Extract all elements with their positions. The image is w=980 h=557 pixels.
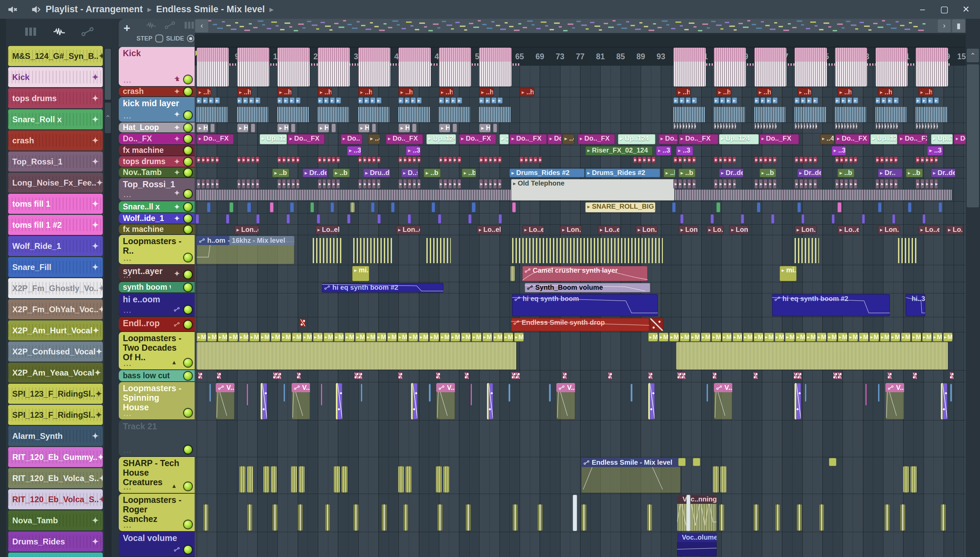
clip-chip[interactable]: ▸ [282, 156, 286, 163]
clip-chip[interactable]: ▸ [835, 156, 839, 163]
audio-clip[interactable] [381, 504, 387, 531]
audio-clip[interactable]: ▸..3 [347, 146, 361, 156]
clip-chip[interactable]: ▸ [439, 179, 443, 189]
audio-clip[interactable] [358, 372, 363, 379]
close-button[interactable]: ✕ [957, 3, 975, 16]
clip-chip[interactable]: ▸ [318, 156, 321, 163]
audio-clip[interactable] [648, 372, 653, 379]
clip-chip[interactable]: ▸ [255, 98, 260, 104]
clip-chip[interactable]: ▸ [678, 156, 682, 163]
clip-chip[interactable]: ▸ [216, 156, 219, 163]
clip-chip[interactable]: ▸M.. [838, 333, 847, 342]
audio-clip[interactable] [198, 372, 203, 379]
clip-chip[interactable]: ▸ [336, 98, 341, 104]
audio-clip[interactable]: ▸Up..124 [260, 134, 287, 144]
clip-chip[interactable]: ▸ [206, 156, 209, 163]
audio-clip[interactable]: ▸..3 [927, 146, 943, 156]
clip-chip[interactable]: ▸ [673, 156, 677, 163]
audio-clip[interactable] [832, 214, 835, 224]
audio-clip[interactable]: ▸Do.._FX [459, 134, 496, 144]
clip-chip[interactable]: ▸ [363, 179, 367, 189]
clip-chip[interactable]: ▸M.. [701, 333, 711, 342]
clip-chip[interactable]: ▸ [729, 123, 730, 129]
audio-clip[interactable] [358, 48, 390, 86]
audio-clip[interactable] [240, 466, 245, 493]
minimap-options-button[interactable]: ▮ [952, 20, 965, 33]
clip-chip[interactable]: ▸ [358, 156, 362, 163]
audio-clip[interactable]: ▸..b [272, 169, 289, 178]
audio-clip[interactable] [330, 202, 334, 212]
audio-clip[interactable] [361, 384, 362, 402]
audio-clip[interactable]: ▸Up..124 [931, 134, 953, 144]
clip-chip[interactable]: ▸ [206, 179, 209, 189]
clip-chip[interactable]: ▸ [808, 156, 812, 163]
clip-chip[interactable]: ▸ [893, 123, 895, 129]
audio-clip[interactable] [876, 48, 907, 86]
track-mute-led[interactable] [184, 203, 192, 211]
lane-loopmasters-two-decades-of-h-[interactable]: ▸M..▸M..▸M..▸M..▸M..▸M..▸M..▸M..▸M..▸M..… [195, 332, 966, 370]
audio-clip[interactable] [313, 238, 342, 263]
audio-clip[interactable] [318, 107, 349, 122]
audio-clip[interactable] [693, 458, 700, 466]
clip-chip[interactable]: ▸ [680, 98, 685, 104]
audio-clip[interactable]: ▸Lo..elin [918, 225, 941, 234]
clip-chip[interactable]: ▸ [809, 123, 811, 129]
clip-chip[interactable]: ▸M.. [228, 333, 238, 342]
clip-chip[interactable]: ▸ [403, 156, 407, 163]
picker-item[interactable]: X2P_Confused_Vocal✦ [8, 342, 103, 362]
track-header[interactable]: Do.._FX✦ [119, 133, 195, 144]
audio-clip[interactable] [878, 384, 879, 402]
clip-chip[interactable]: ▸ [284, 98, 289, 104]
audio-clip[interactable] [277, 107, 308, 122]
track-header[interactable]: kick mid layer✦... [119, 97, 195, 122]
audio-clip[interactable] [271, 466, 277, 493]
audio-clip[interactable] [673, 107, 704, 122]
audio-clip[interactable]: ▸..3 [406, 146, 420, 156]
audio-clip[interactable] [372, 124, 376, 132]
audio-clip[interactable]: ▸..h [439, 88, 453, 96]
clip-chip[interactable]: ▸ [930, 156, 933, 163]
audio-clip[interactable]: ▸Drums_Rides #2 [585, 169, 660, 178]
clip-chip[interactable]: ▸ [405, 98, 410, 104]
audio-clip[interactable] [797, 504, 802, 531]
clip-chip[interactable]: ▸ [403, 179, 407, 189]
clip-chip[interactable]: ▸ [885, 179, 889, 189]
clip-chip[interactable]: ▸ [336, 156, 340, 163]
clip-chip[interactable]: ▸ [935, 179, 938, 189]
automation-clip[interactable]: hi eq synth boom #2 [322, 283, 443, 292]
lane-kick-mid-layer[interactable]: ▸▸▸▸▸▸▸▸▸▸▸▸▸▸▸▸▸▸▸▸▸▸▸▸▸▸▸▸▸▸▸▸▸▸▸▸▸▸▸▸… [195, 97, 966, 122]
lane-loopmasters-roger-sanchez[interactable]: Voc..nning [195, 493, 966, 532]
picker-item[interactable]: Long_Noise_Fx_Fee..✦ [8, 173, 103, 193]
audio-clip[interactable]: ▸Do.._FX [197, 134, 234, 144]
audio-clip[interactable] [391, 202, 395, 212]
audio-clip[interactable] [342, 466, 347, 493]
clip-chip[interactable]: ▸ [844, 123, 846, 129]
clip-chip[interactable]: ▸ [880, 156, 884, 163]
clip-chip[interactable]: ▸M.. [451, 333, 460, 342]
audio-clip[interactable]: ▸..h [358, 88, 373, 96]
lane-hat-loop[interactable]: ▸H..▸H..▸H..▸H..▸H..▸H..▸H..▸H..▸▸▸▸▸▸▸▸… [195, 122, 966, 133]
clip-chip[interactable]: ▸ [925, 156, 929, 163]
track-mute-led[interactable] [184, 215, 192, 222]
audio-clip[interactable] [317, 214, 320, 224]
clip-chip[interactable]: ▸M.. [493, 333, 503, 342]
audio-clip[interactable]: ▸..b [423, 169, 441, 178]
audio-clip[interactable] [719, 504, 724, 531]
audio-clip[interactable]: ▸Do.._FX [386, 134, 423, 144]
clip-chip[interactable]: ▸M.. [922, 333, 932, 342]
picker-item[interactable]: Nova_Tamb✦ [8, 510, 103, 531]
picker-item[interactable]: ✦ [8, 552, 103, 557]
audio-clip[interactable]: ▸..h [519, 88, 534, 96]
audio-clip[interactable]: ▸..b [462, 169, 476, 178]
clip-chip[interactable]: ▸ [687, 156, 691, 163]
clip-chip[interactable]: ▸ [399, 98, 404, 104]
audio-clip[interactable] [464, 372, 469, 379]
clip-chip[interactable]: ▸ [492, 98, 496, 104]
track-mute-led[interactable] [184, 372, 192, 379]
picker-item[interactable]: Alarm_Synth✦ [8, 426, 103, 446]
audio-clip[interactable] [938, 202, 942, 212]
clip-chip[interactable]: ▸ [336, 179, 340, 189]
audio-clip[interactable] [347, 214, 350, 224]
picker-item[interactable]: toms fill 1 #2✦ [8, 215, 103, 235]
clip-chip[interactable]: ▸ [332, 179, 336, 189]
